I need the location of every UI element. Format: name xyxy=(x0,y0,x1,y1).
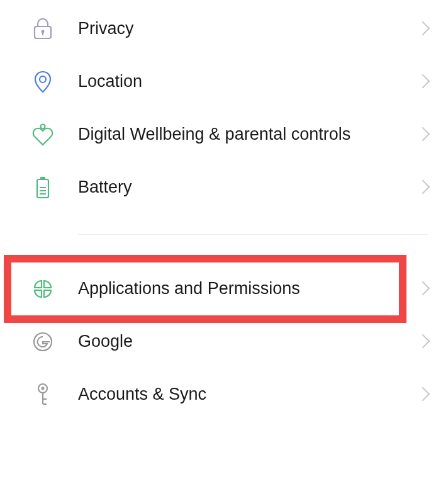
svg-point-4 xyxy=(41,125,45,129)
chevron-right-icon xyxy=(418,74,428,90)
svg-rect-6 xyxy=(40,177,45,179)
settings-item-applications-permissions[interactable]: Applications and Permissions xyxy=(0,262,448,315)
chevron-right-icon xyxy=(418,21,428,37)
settings-item-battery[interactable]: Battery xyxy=(0,161,448,214)
location-icon xyxy=(31,71,54,93)
settings-item-privacy[interactable]: Privacy xyxy=(0,3,448,55)
heart-person-icon xyxy=(31,123,54,146)
settings-item-accounts-sync[interactable]: Accounts & Sync xyxy=(0,368,448,421)
item-label: Google xyxy=(78,331,418,353)
item-label: Battery xyxy=(78,177,418,198)
settings-item-google[interactable]: Google xyxy=(0,315,448,368)
battery-icon xyxy=(31,176,54,199)
settings-item-location[interactable]: Location xyxy=(0,55,448,108)
svg-point-1 xyxy=(42,30,45,33)
settings-list: Privacy Location Digital Wellbeing & par… xyxy=(0,0,448,421)
svg-point-12 xyxy=(42,387,45,390)
apps-icon xyxy=(31,278,54,300)
settings-item-wellbeing[interactable]: Digital Wellbeing & parental controls xyxy=(0,108,448,161)
item-label: Privacy xyxy=(78,18,418,40)
section-divider xyxy=(78,234,428,235)
item-label: Digital Wellbeing & parental controls xyxy=(78,124,418,145)
chevron-right-icon xyxy=(418,387,428,403)
lock-icon xyxy=(31,18,54,40)
chevron-right-icon xyxy=(418,179,428,196)
key-icon xyxy=(31,383,54,406)
item-label: Applications and Permissions xyxy=(78,278,418,300)
item-label: Accounts & Sync xyxy=(78,384,418,405)
svg-rect-5 xyxy=(37,179,48,198)
google-icon xyxy=(31,330,54,353)
svg-point-3 xyxy=(40,76,46,82)
item-label: Location xyxy=(78,71,418,93)
chevron-right-icon xyxy=(418,334,428,350)
chevron-right-icon xyxy=(418,281,428,297)
chevron-right-icon xyxy=(418,127,428,143)
